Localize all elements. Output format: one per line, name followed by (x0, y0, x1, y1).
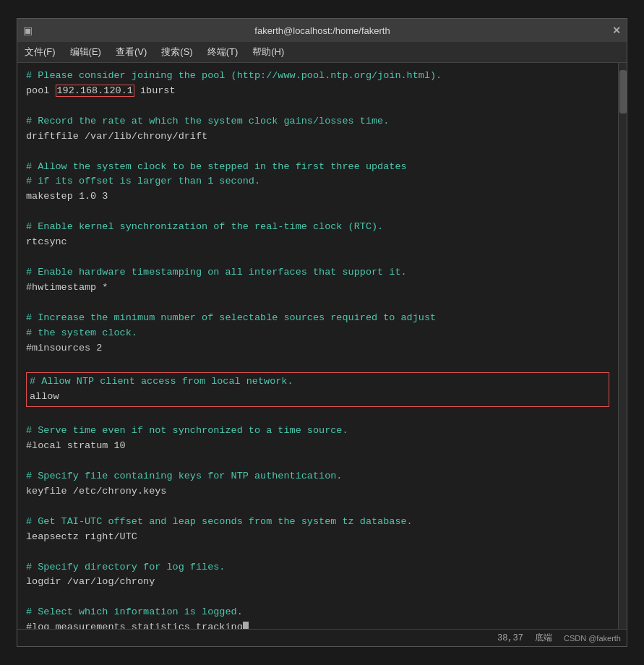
line-29: leapsectz right/UTC (26, 530, 609, 545)
menu-help[interactable]: 帮助(H) (249, 44, 287, 60)
menu-bar: 文件(F) 编辑(E) 查看(V) 搜索(S) 终端(T) 帮助(H) (17, 42, 627, 63)
line-6 (26, 145, 609, 160)
line-22: # Serve time even if not synchronized to… (26, 424, 609, 439)
line-1: # Please consider joining the pool (http… (26, 69, 609, 84)
bottom-label: 底端 (535, 632, 552, 644)
ip-highlight: 192.168.120.1 (56, 85, 134, 97)
menu-file[interactable]: 文件(F) (22, 44, 59, 60)
terminal-icon: ▣ (23, 25, 33, 36)
status-bar: 38,37 底端 CSDN @fakerth (17, 629, 627, 646)
line-allow: allow (30, 390, 606, 405)
line-16 (26, 296, 609, 311)
line-32: logdir /var/log/chrony (26, 575, 609, 590)
line-13 (26, 250, 609, 265)
title-bar: ▣ fakerth@localhost:/home/fakerth ✕ (17, 19, 627, 42)
line-23: #local stratum 10 (26, 439, 609, 454)
line-33 (26, 590, 609, 605)
line-21 (26, 408, 609, 424)
menu-view[interactable]: 查看(V) (113, 44, 150, 60)
allow-block: # Allow NTP client access from local net… (26, 372, 609, 407)
line-3 (26, 99, 609, 114)
menu-terminal[interactable]: 终端(T) (205, 44, 241, 60)
line-8: # if its offset is larger than 1 second. (26, 174, 609, 189)
menu-edit[interactable]: 编辑(E) (67, 44, 104, 60)
line-5: driftfile /var/lib/chrony/drift (26, 129, 609, 145)
editor-content[interactable]: # Please consider joining the pool (http… (17, 63, 618, 629)
line-14: # Enable hardware timestamping on all in… (26, 265, 609, 280)
line-24 (26, 454, 609, 469)
line-27 (26, 499, 609, 515)
line-35: #log measurements statistics tracking (26, 620, 609, 629)
line-12: rtcsync (26, 235, 609, 250)
content-area: # Please consider joining the pool (http… (17, 63, 627, 629)
line-30 (26, 545, 609, 560)
window-title: fakerth@localhost:/home/fakerth (33, 25, 612, 36)
line-9: makestep 1.0 3 (26, 189, 609, 205)
line-15: #hwtimestamp * (26, 280, 609, 296)
close-button[interactable]: ✕ (612, 25, 621, 36)
line-18: # the system clock. (26, 326, 609, 341)
line-34: # Select which information is logged. (26, 605, 609, 620)
line-11: # Enable kernel synchronization of the r… (26, 220, 609, 235)
menu-search[interactable]: 搜索(S) (158, 44, 195, 60)
line-31: # Specify directory for log files. (26, 560, 609, 575)
scrollbar[interactable] (618, 63, 627, 629)
line-allow-comment: # Allow NTP client access from local net… (30, 374, 606, 390)
line-28: # Get TAI-UTC offset and leap seconds fr… (26, 515, 609, 530)
line-26: keyfile /etc/chrony.keys (26, 484, 609, 499)
scrollbar-thumb[interactable] (619, 70, 627, 113)
line-17: # Increase the minimum number of selecta… (26, 311, 609, 326)
line-10 (26, 205, 609, 220)
line-20 (26, 356, 609, 372)
brand-label: CSDN @fakerth (564, 634, 621, 643)
terminal-window: ▣ fakerth@localhost:/home/fakerth ✕ 文件(F… (17, 18, 627, 647)
line-25: # Specify file containing keys for NTP a… (26, 469, 609, 484)
cursor-position: 38,37 (497, 633, 523, 643)
line-7: # Allow the system clock to be stepped i… (26, 160, 609, 175)
line-19: #minsources 2 (26, 341, 609, 356)
line-4: # Record the rate at which the system cl… (26, 114, 609, 129)
line-2: pool 192.168.120.1 iburst (26, 84, 609, 99)
